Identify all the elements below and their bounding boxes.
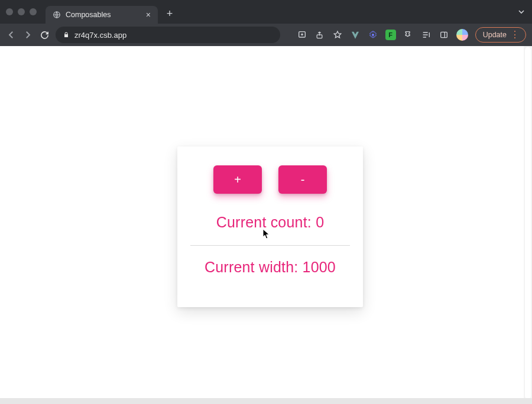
page-body: + - Current count: 0 Current width: 1000 [0,46,524,398]
button-row: + - [213,165,327,194]
width-display: Current width: 1000 [205,259,336,276]
kebab-menu-icon[interactable]: ⋮ [510,30,520,40]
decrement-button[interactable]: - [278,165,327,194]
extension-gear-icon[interactable] [368,30,378,40]
install-app-icon[interactable] [297,30,307,40]
reload-button[interactable] [39,30,50,40]
browser-tab[interactable]: Composables × [46,6,158,24]
browser-toolbar: zr4q7x.csb.app F Update ⋮ [0,24,532,46]
forward-button[interactable] [22,30,33,40]
update-label: Update [483,31,507,39]
lock-icon [63,31,70,38]
count-value: 0 [316,214,324,230]
window-bottom-edge [0,398,532,404]
traffic-close[interactable] [6,8,13,15]
extensions-puzzle-icon[interactable] [403,30,414,40]
share-icon[interactable] [314,30,325,40]
count-label: Current count: [216,214,316,230]
tab-title: Composables [66,11,111,19]
traffic-zoom[interactable] [30,8,37,15]
svg-point-3 [372,34,374,36]
close-icon[interactable]: × [146,11,151,19]
counter-card: + - Current count: 0 Current width: 1000 [177,146,363,307]
width-value: 1000 [303,259,336,275]
url-text: zr4q7x.csb.app [74,31,126,40]
back-button[interactable] [6,30,17,40]
width-label: Current width: [205,259,303,275]
profile-avatar[interactable] [456,29,468,41]
tabs-menu-button[interactable] [517,7,526,17]
reading-list-icon[interactable] [421,30,432,40]
window-titlebar: Composables × + [0,0,532,24]
traffic-minimize[interactable] [18,8,25,15]
bookmark-star-icon[interactable] [332,30,343,40]
new-tab-button[interactable]: + [162,6,177,21]
svg-rect-4 [440,32,447,37]
count-display: Current count: 0 [216,214,324,231]
extension-f-icon[interactable]: F [385,30,396,40]
update-button[interactable]: Update ⋮ [475,27,526,43]
globe-icon [53,11,61,19]
increment-button[interactable]: + [213,165,262,194]
extension-vue-icon[interactable] [350,30,361,40]
address-bar[interactable]: zr4q7x.csb.app [56,27,280,43]
side-panel-icon[interactable] [439,30,449,40]
toolbar-actions: F Update ⋮ [297,27,526,43]
page-viewport: + - Current count: 0 Current width: 1000 [0,46,532,404]
traffic-lights [6,8,37,15]
vertical-scrollbar[interactable] [524,46,532,398]
scrollbar-thumb[interactable] [525,47,531,399]
divider [190,245,350,246]
